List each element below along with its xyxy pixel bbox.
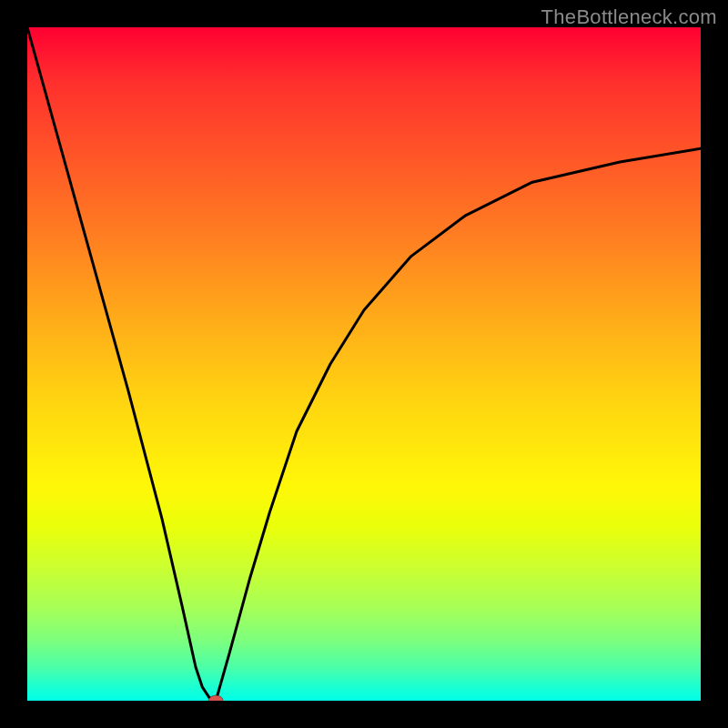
min-point-marker [208, 695, 223, 701]
watermark-text: TheBottleneck.com [541, 5, 717, 29]
bottleneck-curve [27, 27, 701, 701]
plot-area [27, 27, 701, 701]
bottleneck-curve-svg [27, 27, 701, 701]
chart-frame: TheBottleneck.com [0, 0, 728, 728]
